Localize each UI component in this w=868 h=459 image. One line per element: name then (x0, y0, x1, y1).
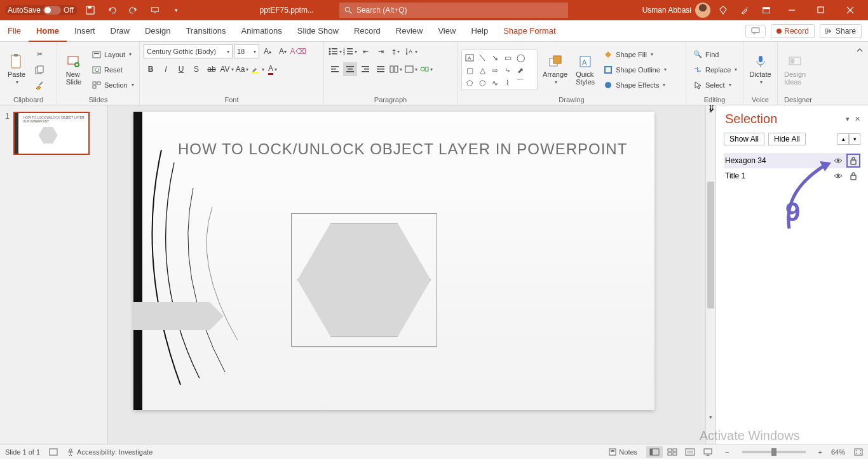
hexagon-selection-box[interactable] (291, 213, 437, 347)
tab-review[interactable]: Review (388, 20, 431, 41)
user-account[interactable]: Usman Abbasi (642, 3, 710, 18)
qat-more-icon[interactable]: ▾ (168, 1, 186, 19)
shape-hexagon-icon[interactable]: ⬡ (477, 77, 488, 89)
maximize-button[interactable] (808, 1, 834, 19)
close-pane-icon[interactable]: ✕ (855, 115, 860, 123)
align-center-icon[interactable] (343, 62, 357, 76)
shape-arc-icon[interactable]: ⌒ (515, 77, 526, 89)
scroll-down-icon[interactable]: ▾ (706, 412, 715, 422)
bullets-button[interactable]: ▾ (328, 44, 342, 58)
shape-arrow-line-icon[interactable]: ↘ (489, 52, 501, 63)
smartart-convert-icon[interactable]: ▾ (419, 62, 433, 76)
shape-triangle-icon[interactable]: △ (477, 65, 488, 76)
shape-curve-icon[interactable]: ∿ (489, 77, 501, 89)
shape-effects-button[interactable]: Shape Effects▾ (600, 78, 669, 92)
lock-toggle-icon[interactable] (848, 155, 859, 166)
copy-button[interactable] (32, 63, 47, 77)
format-painter-button[interactable] (32, 78, 47, 92)
increase-font-icon[interactable]: A▴ (261, 44, 275, 58)
zoom-slider[interactable] (742, 451, 806, 453)
slide-title-text[interactable]: HOW TO LOCK/UNLOCK OBJECT LAYER IN POWER… (178, 140, 627, 158)
slide-1[interactable]: HOW TO LOCK/UNLOCK OBJECT LAYER IN POWER… (133, 112, 654, 410)
send-backward-icon[interactable]: ▾ (849, 133, 860, 145)
increase-indent-icon[interactable]: ⇥ (374, 44, 388, 58)
font-name-combobox[interactable]: Century Gothic (Body)▾ (144, 44, 233, 58)
shape-outline-button[interactable]: Shape Outline▾ (600, 63, 669, 77)
shape-connector-icon[interactable]: ⤷ (502, 65, 513, 76)
shape-freeform-icon[interactable]: ⌇ (502, 77, 513, 89)
accessibility-status[interactable]: Accessibility: Investigate (67, 448, 153, 456)
shadow-button[interactable]: S (189, 62, 203, 76)
paste-button[interactable]: Paste ▾ (4, 53, 29, 86)
tab-shape-format[interactable]: Shape Format (496, 20, 563, 41)
decrease-font-icon[interactable]: A▾ (276, 44, 290, 58)
tab-view[interactable]: View (430, 20, 463, 41)
select-button[interactable]: Select▾ (690, 78, 740, 92)
font-color-button[interactable]: A▾ (266, 62, 280, 76)
align-left-icon[interactable] (328, 62, 342, 76)
pane-options-icon[interactable]: ▾ (846, 115, 850, 123)
reading-view-icon[interactable] (682, 446, 698, 458)
italic-button[interactable]: I (159, 62, 173, 76)
highlight-color-button[interactable]: ▾ (250, 62, 264, 76)
align-text-icon[interactable]: ▾ (404, 62, 418, 76)
zoom-slider-thumb[interactable] (771, 448, 776, 456)
replace-button[interactable]: Replace▾ (690, 63, 740, 77)
diamond-icon[interactable] (714, 1, 732, 19)
hexagon-shape[interactable] (297, 223, 431, 337)
bring-forward-icon[interactable]: ▴ (837, 133, 849, 145)
save-icon[interactable] (81, 1, 99, 19)
tab-design[interactable]: Design (137, 20, 178, 41)
tab-help[interactable]: Help (463, 20, 496, 41)
reset-button[interactable]: Reset (89, 63, 137, 77)
shape-oval-icon[interactable]: ◯ (515, 52, 526, 63)
tab-insert[interactable]: Insert (67, 20, 103, 41)
shape-fill-button[interactable]: Shape Fill▾ (600, 48, 669, 62)
record-button[interactable]: Record (771, 24, 815, 38)
find-button[interactable]: 🔍Find (690, 48, 740, 62)
normal-view-icon[interactable] (646, 446, 663, 458)
justify-icon[interactable] (374, 62, 388, 76)
arrange-button[interactable]: Arrange▾ (540, 53, 570, 86)
splitter-handle-icon[interactable]: ⇕ (707, 105, 715, 116)
lock-toggle-icon[interactable] (848, 170, 859, 182)
coming-soon-icon[interactable] (736, 1, 754, 19)
shape-textbox-icon[interactable]: A (464, 52, 475, 63)
tab-slideshow[interactable]: Slide Show (290, 20, 346, 41)
comments-button[interactable] (745, 25, 766, 37)
undo-icon[interactable] (103, 1, 121, 19)
char-spacing-button[interactable]: AV▾ (220, 62, 234, 76)
tab-draw[interactable]: Draw (103, 20, 137, 41)
align-right-icon[interactable] (358, 62, 372, 76)
tab-file[interactable]: File (0, 20, 29, 41)
shape-right-arrow-icon[interactable]: ⇨ (489, 65, 501, 76)
close-button[interactable] (837, 1, 863, 19)
shape-rectangle-icon[interactable]: ▭ (502, 52, 513, 63)
underline-button[interactable]: U (174, 62, 188, 76)
tab-home[interactable]: Home (29, 21, 67, 42)
shapes-gallery[interactable]: A ＼ ↘ ▭ ◯ ▢ △ ⇨ ⤷ ⬈ ⬠ ⬡ ∿ ⌇ ⌒ { ☆ ⋯ (461, 50, 538, 90)
tab-transitions[interactable]: Transitions (178, 20, 233, 41)
present-from-beginning-icon[interactable] (146, 1, 164, 19)
zoom-in-icon[interactable]: + (818, 448, 822, 456)
shape-line-icon[interactable]: ＼ (477, 52, 488, 63)
selection-item-hexagon[interactable]: Hexagon 34 (724, 153, 860, 168)
tab-animations[interactable]: Animations (234, 20, 290, 41)
show-all-button[interactable]: Show All (724, 133, 764, 145)
redo-icon[interactable] (125, 1, 142, 19)
notes-button[interactable]: Notes (609, 448, 637, 456)
collapse-ribbon-icon[interactable] (851, 42, 868, 105)
zoom-out-icon[interactable]: − (725, 448, 729, 456)
slide-position[interactable]: Slide 1 of 1 (5, 448, 40, 456)
share-button[interactable]: Share (820, 24, 862, 38)
bold-button[interactable]: B (144, 62, 158, 76)
arrow-shape[interactable] (133, 302, 210, 330)
tab-record[interactable]: Record (346, 20, 388, 41)
text-direction-icon[interactable]: A▾ (404, 44, 418, 58)
design-ideas-button[interactable]: Design Ideas (782, 53, 808, 87)
shape-block-arrow-icon[interactable]: ⬈ (515, 65, 526, 76)
autosave-toggle[interactable]: AutoSave Off (5, 5, 78, 15)
new-slide-button[interactable]: New Slide (61, 53, 86, 87)
line-spacing-icon[interactable]: ‡▾ (389, 44, 403, 58)
section-button[interactable]: Section▾ (89, 78, 137, 92)
